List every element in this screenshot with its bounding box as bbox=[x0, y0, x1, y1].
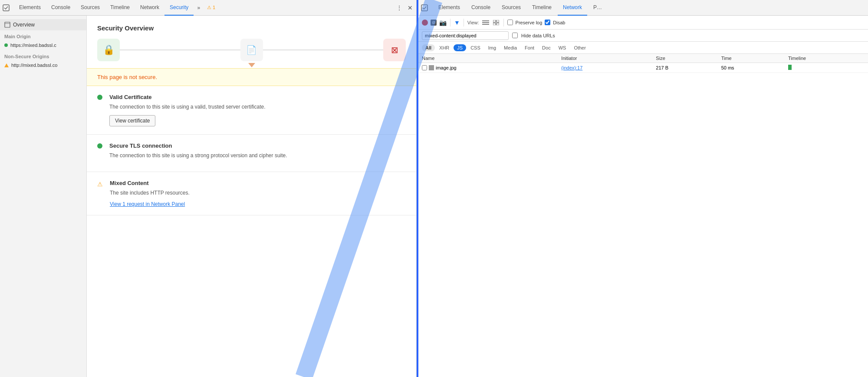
toolbar-separator-2 bbox=[464, 19, 464, 26]
cert-title: Valid Certificate bbox=[109, 94, 406, 100]
tls-description: The connection to this site is using a s… bbox=[109, 152, 406, 159]
row-timeline bbox=[785, 63, 868, 73]
preserve-log-checkbox[interactable] bbox=[507, 20, 513, 25]
non-secure-origins-label: Non-Secure Origins bbox=[0, 50, 86, 60]
mixed-title: Mixed Content bbox=[110, 180, 406, 186]
right-tab-timeline[interactable]: Timeline bbox=[527, 0, 557, 16]
svg-rect-8 bbox=[496, 20, 499, 22]
security-sidebar: Overview Main Origin https://mixed.badss… bbox=[0, 16, 87, 377]
secure-lock-icon: 🔒 bbox=[97, 39, 120, 61]
type-filter-doc[interactable]: Doc bbox=[539, 44, 554, 51]
type-filter-font[interactable]: Font bbox=[521, 44, 538, 51]
main-origin-url: https://mixed.badssl.c bbox=[10, 43, 56, 48]
filter-button[interactable]: ▼ bbox=[454, 19, 460, 26]
type-filter-ws[interactable]: WS bbox=[555, 44, 570, 51]
view-list-button[interactable] bbox=[482, 20, 490, 26]
right-tab-p[interactable]: P… bbox=[588, 0, 607, 16]
svg-rect-1 bbox=[5, 22, 10, 27]
mixed-content: Mixed Content The site includes HTTP res… bbox=[110, 180, 406, 207]
row-time: 50 ms bbox=[718, 63, 785, 73]
warning-count-badge[interactable]: ⚠ 1 bbox=[204, 5, 219, 10]
certificate-section: Valid Certificate The connection to this… bbox=[87, 86, 416, 135]
view-certificate-button[interactable]: View certificate bbox=[109, 115, 155, 126]
timeline-bar-indicator bbox=[788, 65, 792, 70]
tab-actions: ⋮ ✕ bbox=[395, 3, 414, 13]
right-tab-sources[interactable]: Sources bbox=[496, 0, 526, 16]
right-tab-bar: Elements Console Sources Timeline Networ… bbox=[418, 0, 868, 16]
cert-description: The connection to this site is using a v… bbox=[109, 103, 406, 111]
more-tabs-button[interactable]: » bbox=[194, 0, 204, 16]
tab-sources[interactable]: Sources bbox=[76, 0, 105, 16]
right-tab-elements[interactable]: Elements bbox=[433, 0, 465, 16]
table-row[interactable]: image.jpg (index):17 217 B 50 ms bbox=[418, 63, 868, 73]
type-filter-css[interactable]: CSS bbox=[467, 44, 484, 51]
warning-triangle-icon bbox=[4, 63, 9, 67]
right-tab-network[interactable]: Network bbox=[558, 0, 587, 16]
tls-green-dot bbox=[97, 143, 102, 149]
more-options-icon[interactable]: ⋮ bbox=[395, 3, 404, 13]
main-content-area: Overview Main Origin https://mixed.badss… bbox=[0, 16, 416, 377]
sidebar-item-overview[interactable]: Overview bbox=[0, 19, 86, 30]
type-filter-media[interactable]: Media bbox=[500, 44, 520, 51]
col-header-name[interactable]: Name bbox=[418, 54, 558, 63]
tab-timeline[interactable]: Timeline bbox=[105, 0, 135, 16]
svg-rect-9 bbox=[493, 23, 496, 25]
row-name: image.jpg bbox=[418, 63, 558, 73]
screenshot-button[interactable]: 📷 bbox=[439, 19, 447, 26]
left-tab-bar: Elements Console Sources Timeline Networ… bbox=[0, 0, 416, 16]
file-type-icon bbox=[429, 65, 434, 70]
cert-indicator bbox=[97, 95, 102, 100]
tab-elements[interactable]: Elements bbox=[14, 0, 46, 16]
preserve-log-label: Preserve log bbox=[516, 20, 542, 25]
svg-rect-3 bbox=[421, 5, 427, 11]
network-requests-table: Name Initiator Size Time Timeline bbox=[418, 54, 868, 377]
record-button[interactable] bbox=[422, 20, 428, 26]
type-filter-all[interactable]: All bbox=[422, 44, 435, 51]
col-header-timeline[interactable]: Timeline bbox=[785, 54, 868, 63]
filter-input[interactable] bbox=[422, 31, 509, 40]
warning-banner: This page is not secure. bbox=[87, 68, 416, 86]
mixed-description: The site includes HTTP resources. bbox=[110, 189, 406, 197]
row-checkbox[interactable] bbox=[422, 65, 427, 70]
insecure-icon: ⊠ bbox=[383, 39, 406, 61]
row-size: 217 B bbox=[652, 63, 717, 73]
row-initiator: (index):17 bbox=[558, 63, 652, 73]
overview-icon bbox=[4, 22, 10, 28]
tls-title: Secure TLS connection bbox=[109, 142, 406, 149]
cert-content: Valid Certificate The connection to this… bbox=[109, 94, 406, 126]
right-devtools-panel: Elements Console Sources Timeline Networ… bbox=[418, 0, 868, 377]
initiator-link[interactable]: (index):17 bbox=[561, 65, 582, 70]
cert-green-dot bbox=[97, 95, 102, 100]
col-header-time[interactable]: Time bbox=[718, 54, 785, 63]
view-network-requests-link[interactable]: View 1 request in Network Panel bbox=[110, 201, 185, 207]
sidebar-item-main-origin[interactable]: https://mixed.badssl.c bbox=[0, 40, 86, 50]
col-header-size[interactable]: Size bbox=[652, 54, 717, 63]
stop-recording-button[interactable]: ⊘ bbox=[431, 20, 437, 26]
right-tab-console[interactable]: Console bbox=[466, 0, 496, 16]
network-toolbar: ⊘ 📷 ▼ View: Preserve log Disab bbox=[418, 16, 868, 30]
view-grid-button[interactable] bbox=[492, 20, 500, 26]
neutral-page-icon: 📄 bbox=[240, 39, 263, 61]
tab-security[interactable]: Security bbox=[164, 0, 194, 16]
disable-cache-checkbox[interactable] bbox=[545, 20, 550, 25]
close-panel-icon[interactable]: ✕ bbox=[406, 3, 414, 13]
tls-content: Secure TLS connection The connection to … bbox=[109, 142, 406, 164]
security-progress-row: 🔒 📄 ⊠ bbox=[87, 39, 416, 68]
type-filter-js[interactable]: JS bbox=[454, 44, 466, 51]
right-devtools-logo bbox=[420, 3, 429, 12]
requests-table: Name Initiator Size Time Timeline bbox=[418, 54, 868, 73]
tab-console[interactable]: Console bbox=[46, 0, 76, 16]
progress-line-2 bbox=[263, 50, 384, 50]
type-filter-other[interactable]: Other bbox=[570, 44, 589, 51]
sidebar-item-non-secure[interactable]: http://mixed.badssl.co bbox=[0, 60, 86, 70]
filter-bar: Hide data URLs bbox=[418, 30, 868, 42]
tls-section: Secure TLS connection The connection to … bbox=[87, 135, 416, 172]
security-overview-title: Security Overview bbox=[87, 16, 416, 39]
svg-rect-7 bbox=[493, 20, 496, 22]
col-header-initiator[interactable]: Initiator bbox=[558, 54, 652, 63]
hide-data-urls-checkbox[interactable] bbox=[512, 33, 518, 38]
type-filter-xhr[interactable]: XHR bbox=[436, 44, 453, 51]
sidebar-overview-label: Overview bbox=[13, 22, 35, 28]
tab-network[interactable]: Network bbox=[135, 0, 164, 16]
type-filter-img[interactable]: Img bbox=[485, 44, 500, 51]
